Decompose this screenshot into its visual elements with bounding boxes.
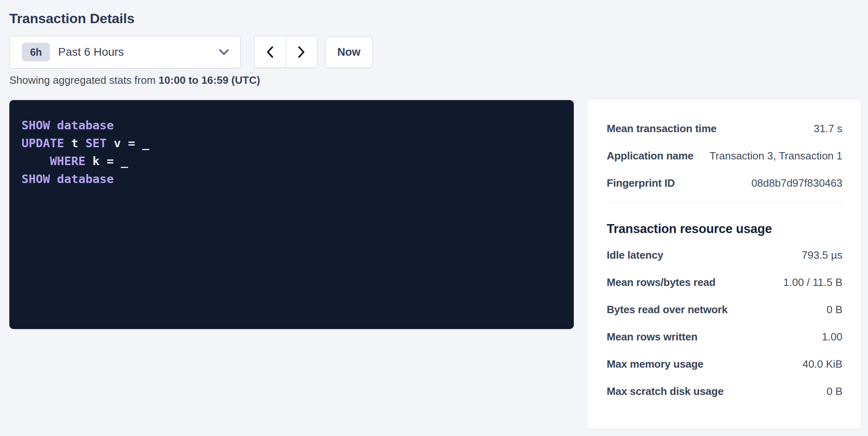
sql-line: WHERE k = _ <box>22 152 562 170</box>
stat-label: Mean rows/bytes read <box>607 274 716 290</box>
time-controls: 6h Past 6 Hours Now <box>9 36 868 68</box>
stat-row-fingerprint-id: Fingerprint ID 08d8b7d97f830463 <box>607 175 842 191</box>
chevron-down-icon <box>219 49 229 55</box>
aggregation-range-prefix: Showing aggregated stats from <box>9 74 158 86</box>
stat-row-mean-rows-bytes-read: Mean rows/bytes read 1.00 / 11.5 B <box>607 274 842 290</box>
stat-value: 08d8b7d97f830463 <box>751 175 842 191</box>
sql-text: t <box>64 136 85 150</box>
aggregation-range-value: 10:00 to 16:59 (UTC) <box>158 74 260 86</box>
stat-label: Idle latency <box>607 247 663 263</box>
page-title: Transaction Details <box>9 9 868 28</box>
sql-line: SHOW database <box>22 116 562 134</box>
stat-label: Mean rows written <box>607 329 697 345</box>
stat-row-mean-rows-written: Mean rows written 1.00 <box>607 329 842 345</box>
stat-value: 40.0 KiB <box>803 356 842 372</box>
stat-value: 0 B <box>827 383 842 399</box>
aggregation-range-text: Showing aggregated stats from 10:00 to 1… <box>9 74 868 86</box>
transaction-stats-card: Mean transaction time 31.7 s Application… <box>587 99 861 429</box>
chevron-left-icon <box>266 46 273 58</box>
stat-label: Application name <box>607 148 694 164</box>
stat-value: 793.5 µs <box>802 247 842 263</box>
stat-value: 31.7 s <box>814 120 842 137</box>
sql-line: SHOW database <box>22 170 562 188</box>
sql-text <box>50 172 57 186</box>
time-range-badge: 6h <box>22 43 50 61</box>
stat-value: 1.00 / 11.5 B <box>783 274 842 290</box>
sql-text <box>22 154 50 168</box>
stat-label: Mean transaction time <box>607 120 716 137</box>
sql-keyword: SET <box>85 136 106 150</box>
sql-statement-box: SHOW database UPDATE t SET v = _ WHERE k… <box>9 100 574 329</box>
sql-keyword: WHERE <box>50 154 85 168</box>
now-button[interactable]: Now <box>325 37 373 68</box>
stat-row-idle-latency: Idle latency 793.5 µs <box>607 247 842 263</box>
stat-row-application-name: Application name Transaction 3, Transact… <box>607 148 842 164</box>
sql-keyword: UPDATE <box>22 136 64 150</box>
sql-keyword: database <box>57 118 114 132</box>
time-range-label: Past 6 Hours <box>58 46 219 59</box>
chevron-right-icon <box>298 46 305 58</box>
stat-value: 0 B <box>827 301 842 318</box>
resource-usage-heading: Transaction resource usage <box>607 220 842 238</box>
sql-keyword: SHOW <box>22 172 50 186</box>
stat-row-bytes-read-over-network: Bytes read over network 0 B <box>607 301 842 318</box>
sql-text <box>50 118 57 132</box>
stat-row-max-memory-usage: Max memory usage 40.0 KiB <box>607 356 842 372</box>
main-content: SHOW database UPDATE t SET v = _ WHERE k… <box>9 100 868 429</box>
stat-value: Transaction 3, Transaction 1 <box>710 148 842 164</box>
sql-text: k = _ <box>85 154 128 168</box>
card-divider <box>607 202 842 203</box>
sql-line: UPDATE t SET v = _ <box>22 134 562 152</box>
stat-label: Max scratch disk usage <box>607 383 724 399</box>
next-time-button[interactable] <box>286 36 317 68</box>
stat-value: 1.00 <box>822 329 842 345</box>
transaction-details-page: Transaction Details 6h Past 6 Hours Now <box>0 9 868 436</box>
time-range-dropdown[interactable]: 6h Past 6 Hours <box>9 36 241 68</box>
stat-label: Bytes read over network <box>607 301 727 318</box>
stat-label: Fingerprint ID <box>607 175 675 191</box>
stat-label: Max memory usage <box>607 356 703 372</box>
prev-time-button[interactable] <box>254 36 286 68</box>
sql-text: v = _ <box>107 136 150 150</box>
sql-keyword: SHOW <box>22 118 50 132</box>
time-step-buttons <box>254 36 317 68</box>
stat-row-max-scratch-disk-usage: Max scratch disk usage 0 B <box>607 383 842 399</box>
sql-keyword: database <box>57 172 114 186</box>
stat-row-mean-transaction-time: Mean transaction time 31.7 s <box>607 120 842 137</box>
